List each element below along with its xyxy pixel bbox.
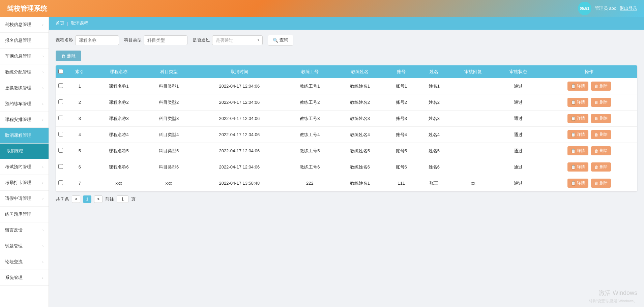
table-body: 1 课程名称1 科目类型1 2022-04-17 12:04:06 教练工号1 … bbox=[56, 78, 637, 191]
next-page-button[interactable]: > bbox=[94, 195, 103, 203]
prev-page-button[interactable]: < bbox=[72, 195, 80, 203]
row-checkbox[interactable] bbox=[58, 116, 63, 120]
row-review-status: 通过 bbox=[496, 94, 541, 111]
sidebar-item-system-mgmt[interactable]: 系统管理› bbox=[0, 270, 49, 286]
sidebar-label: 考勤打卡管理 bbox=[5, 180, 31, 186]
sidebar-item-course-schedule[interactable]: 课程安排管理› bbox=[0, 112, 49, 128]
row-name: 姓名2 bbox=[418, 94, 450, 111]
sidebar-item-coach-assignment[interactable]: 教练分配管理› bbox=[0, 64, 49, 80]
goto-prefix: 前往 bbox=[105, 196, 114, 202]
sidebar-item-driving-school-info[interactable]: 驾校信息管理› bbox=[0, 17, 49, 33]
subject-type-input[interactable] bbox=[144, 35, 187, 45]
row-account: 账号6 bbox=[385, 159, 418, 175]
row-checkbox[interactable] bbox=[58, 148, 63, 153]
goto-page-input[interactable] bbox=[117, 195, 128, 203]
row-delete-icon: 🗑 bbox=[594, 181, 598, 186]
sidebar-label: 留言反馈 bbox=[5, 227, 23, 233]
detail-button[interactable]: 📋 详情 bbox=[567, 179, 588, 188]
batch-delete-button[interactable]: 🗑 删除 bbox=[56, 51, 81, 61]
chevron-icon: › bbox=[42, 181, 43, 185]
row-delete-button[interactable]: 🗑 删除 bbox=[591, 130, 611, 139]
row-review-status: 通过 bbox=[496, 78, 541, 94]
is-pass-select-wrapper: 是否通过 通过 未通过 bbox=[212, 35, 263, 45]
row-checkbox[interactable] bbox=[58, 132, 63, 136]
col-account: 账号 bbox=[385, 65, 418, 78]
table-row: 5 课程名称5 科目类型5 2022-04-17 12:04:06 教练工号5 … bbox=[56, 143, 637, 159]
sidebar-item-registration-info[interactable]: 报名信息管理 bbox=[0, 33, 49, 49]
detail-icon: 📋 bbox=[571, 149, 576, 153]
sidebar-item-forum[interactable]: 论坛交流› bbox=[0, 254, 49, 270]
row-coach-id: 教练工号2 bbox=[285, 94, 335, 111]
col-index: 索引 bbox=[66, 65, 94, 78]
row-coach-id: 222 bbox=[285, 175, 335, 191]
sidebar-item-exam-reservation[interactable]: 考试预约管理› bbox=[0, 159, 49, 175]
row-cancel-time: 2022-04-17 12:04:06 bbox=[194, 159, 285, 175]
current-page-button[interactable]: 1 bbox=[83, 195, 91, 203]
sidebar-item-change-coach[interactable]: 更换教练管理› bbox=[0, 80, 49, 96]
search-icon: 🔍 bbox=[273, 38, 278, 43]
detail-button[interactable]: 📋 详情 bbox=[567, 82, 588, 91]
logout-button[interactable]: 退出登录 bbox=[620, 5, 637, 11]
row-delete-button[interactable]: 🗑 删除 bbox=[591, 179, 611, 188]
row-delete-button[interactable]: 🗑 删除 bbox=[591, 98, 611, 107]
row-delete-button[interactable]: 🗑 删除 bbox=[591, 114, 611, 123]
table-row: 1 课程名称1 科目类型1 2022-04-17 12:04:06 教练工号1 … bbox=[56, 78, 637, 94]
detail-icon: 📋 bbox=[571, 100, 576, 105]
row-checkbox[interactable] bbox=[58, 180, 63, 185]
sidebar-item-leave-request[interactable]: 请假申请管理› bbox=[0, 191, 49, 207]
course-name-input[interactable] bbox=[75, 35, 119, 45]
detail-button[interactable]: 📋 详情 bbox=[567, 114, 588, 123]
row-subject-type: 科目类型4 bbox=[144, 127, 194, 143]
sidebar-label: 考试预约管理 bbox=[5, 164, 31, 170]
row-name: 姓名3 bbox=[418, 111, 450, 127]
row-delete-button[interactable]: 🗑 删除 bbox=[591, 162, 611, 172]
sidebar-item-attendance[interactable]: 考勤打卡管理› bbox=[0, 175, 49, 191]
row-checkbox[interactable] bbox=[58, 164, 63, 169]
main-content: 首页 | 取消课程 课程名称 科目类型 是否通过 bbox=[49, 17, 644, 307]
row-subject-type: 科目类型5 bbox=[144, 143, 194, 159]
detail-icon: 📋 bbox=[571, 84, 576, 89]
col-cancel-time: 取消时间 bbox=[194, 65, 285, 78]
query-button[interactable]: 🔍 查询 bbox=[268, 35, 293, 45]
course-name-label: 课程名称 bbox=[56, 37, 73, 43]
row-checkbox-col bbox=[56, 175, 66, 191]
sidebar-label: 请假申请管理 bbox=[5, 195, 31, 202]
col-subject-type: 科目类型 bbox=[144, 65, 194, 78]
is-pass-select[interactable]: 是否通过 通过 未通过 bbox=[212, 35, 263, 45]
sidebar-item-cancel-course-sub[interactable]: 取消课程 bbox=[0, 144, 49, 159]
row-checkbox-col bbox=[56, 159, 66, 175]
row-delete-button[interactable]: 🗑 删除 bbox=[591, 146, 611, 155]
chevron-icon: › bbox=[42, 276, 43, 280]
table-header-row: 索引 课程名称 科目类型 取消时间 教练工号 教练姓名 账号 姓名 审核回复 审… bbox=[56, 65, 637, 78]
sidebar-label: 车辆信息管理 bbox=[5, 53, 31, 59]
row-delete-label: 删除 bbox=[599, 83, 608, 89]
select-all-checkbox[interactable] bbox=[58, 69, 63, 74]
select-all-col bbox=[56, 65, 66, 78]
sidebar-item-exercise-bank[interactable]: 练习题库管理 bbox=[0, 207, 49, 222]
row-id: 6 bbox=[66, 159, 94, 175]
table-row: 7 xxx xxx 2022-04-17 13:58:48 222 教练姓名1 … bbox=[56, 175, 637, 191]
row-account: 账号4 bbox=[385, 127, 418, 143]
sidebar-item-vehicle-info[interactable]: 车辆信息管理› bbox=[0, 49, 49, 64]
detail-button[interactable]: 📋 详情 bbox=[567, 98, 588, 107]
row-coach-name: 教练姓名5 bbox=[335, 143, 385, 159]
row-course-name: 课程名称4 bbox=[94, 127, 144, 143]
row-checkbox[interactable] bbox=[58, 83, 63, 88]
pagination: 共 7 条 < 1 > 前往 页 bbox=[56, 191, 637, 205]
col-review-status: 审核状态 bbox=[496, 65, 541, 78]
sidebar-item-exam-mgmt[interactable]: 试题管理› bbox=[0, 238, 49, 254]
detail-button[interactable]: 📋 详情 bbox=[567, 146, 588, 155]
content-area: 课程名称 科目类型 是否通过 是否通过 通过 未通过 bbox=[49, 30, 644, 307]
row-checkbox[interactable] bbox=[58, 99, 63, 104]
detail-button[interactable]: 📋 详情 bbox=[567, 162, 588, 172]
breadcrumb-home[interactable]: 首页 bbox=[56, 20, 64, 26]
sidebar-item-reserve-practice[interactable]: 预约练车管理› bbox=[0, 96, 49, 112]
chevron-icon: › bbox=[42, 86, 43, 90]
row-id: 4 bbox=[66, 127, 94, 143]
sidebar-item-feedback[interactable]: 留言反馈› bbox=[0, 222, 49, 238]
sidebar-item-cancel-course-mgmt[interactable]: 取消课程管理 bbox=[0, 128, 49, 144]
row-delete-button[interactable]: 🗑 删除 bbox=[591, 82, 611, 91]
detail-button[interactable]: 📋 详情 bbox=[567, 130, 588, 139]
row-subject-type: xxx bbox=[144, 175, 194, 191]
row-coach-id: 教练工号4 bbox=[285, 127, 335, 143]
